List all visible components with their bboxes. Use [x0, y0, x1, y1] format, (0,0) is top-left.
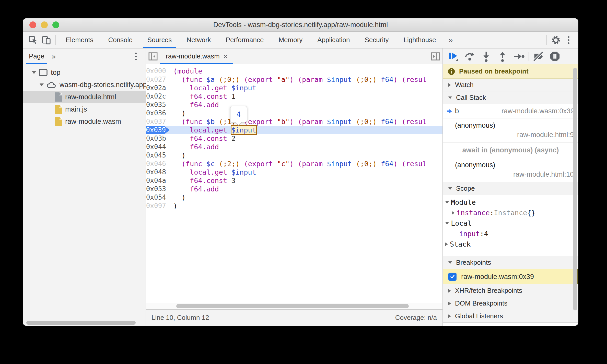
call-stack-frame[interactable]: (anonymous)raw-module.html:9: [443, 118, 578, 143]
tab-performance[interactable]: Performance: [218, 32, 271, 48]
scope-text: input: [459, 230, 480, 238]
code-address[interactable]: 0x037: [146, 117, 170, 126]
code-address[interactable]: 0x048: [146, 168, 170, 176]
close-tab-icon[interactable]: ×: [223, 53, 228, 60]
hide-navigator-icon[interactable]: [146, 48, 160, 64]
more-tabs-chevron[interactable]: »: [443, 32, 458, 48]
tab-elements[interactable]: Elements: [58, 32, 101, 48]
code-address[interactable]: 0x054: [146, 193, 170, 202]
code-address[interactable]: 0x035: [146, 101, 170, 109]
code-line: local.get $input: [173, 84, 442, 92]
resume-script-button[interactable]: [445, 50, 462, 63]
inspect-element-icon[interactable]: [26, 32, 40, 48]
tab-security[interactable]: Security: [357, 32, 396, 48]
section-xhr-breakpoints[interactable]: XHR/fetch Breakpoints: [443, 284, 578, 297]
scope-text: :: [490, 209, 494, 217]
call-stack-frame[interactable]: (anonymous)raw-module.html:10: [443, 158, 578, 182]
tab-network[interactable]: Network: [179, 32, 218, 48]
breakpoint-checkbox[interactable]: [448, 273, 457, 281]
code-address[interactable]: 0x02c: [146, 92, 170, 101]
code-address[interactable]: 0x053: [146, 185, 170, 193]
section-breakpoints[interactable]: Breakpoints: [443, 256, 578, 269]
code-address[interactable]: 0x000: [146, 67, 170, 75]
chevron-down-icon[interactable]: [445, 222, 449, 225]
disclosure-triangle[interactable]: [40, 83, 44, 86]
step-over-button[interactable]: [462, 50, 478, 63]
tab-lighthouse[interactable]: Lighthouse: [396, 32, 443, 48]
code-address[interactable]: 0x03b: [146, 134, 170, 143]
close-window-button[interactable]: [29, 21, 36, 28]
frame-location[interactable]: raw-module.html:10: [446, 169, 574, 179]
code-editor[interactable]: 0x0000x0270x02a0x02c0x0350x0360x0370x039…: [146, 64, 442, 303]
tab-page[interactable]: Page: [26, 48, 47, 64]
code-address[interactable]: 0x036: [146, 109, 170, 117]
frame-location[interactable]: raw-module.wasm:0x39: [501, 107, 574, 115]
scope-row[interactable]: input: 4: [443, 228, 578, 239]
debugger-vertical-scrollbar[interactable]: [573, 68, 577, 310]
step-button[interactable]: [511, 50, 527, 63]
chevron-down-icon[interactable]: [445, 201, 449, 204]
code-token: 1: [231, 92, 236, 100]
code-token: $b: [206, 118, 215, 126]
disclosure-triangle[interactable]: [32, 71, 36, 74]
breakpoint-entry[interactable]: raw-module.wasm:0x39: [443, 269, 578, 284]
code-token: $input: [327, 76, 352, 83]
chevron-right-icon: [448, 314, 451, 318]
code-address[interactable]: 0x02a: [146, 84, 170, 92]
navigator-menu-kebab-icon[interactable]: [130, 53, 142, 60]
devtools-menu-kebab-icon[interactable]: [563, 32, 575, 48]
section-dom-breakpoints[interactable]: DOM Breakpoints: [443, 297, 578, 310]
maximize-window-button[interactable]: [52, 21, 59, 28]
tree-item-label: wasm-dbg-stories.netlify.app: [60, 81, 146, 89]
tree-item-raw-module-html[interactable]: raw-module.html: [23, 91, 146, 103]
tab-console[interactable]: Console: [101, 32, 140, 48]
code-address[interactable]: 0x044: [146, 143, 170, 151]
tree-item-raw-module-wasm[interactable]: raw-module.wasm: [23, 115, 146, 128]
tree-item-main-js[interactable]: main.js: [23, 103, 146, 115]
tab-sources[interactable]: Sources: [140, 32, 179, 48]
code-address[interactable]: 0x027: [146, 75, 170, 84]
section-scope[interactable]: Scope: [443, 182, 578, 195]
hide-debugger-icon[interactable]: [428, 48, 442, 64]
code-token: [352, 118, 356, 126]
pause-on-exceptions-button[interactable]: [547, 50, 563, 63]
step-into-button[interactable]: [478, 50, 494, 63]
settings-gear-icon[interactable]: [549, 32, 563, 48]
code-address[interactable]: 0x046: [146, 160, 170, 168]
editor-tab-raw-module-wasm[interactable]: raw-module.wasm ×: [160, 48, 233, 64]
scope-row[interactable]: instance: Instance {}: [443, 208, 578, 218]
code-token: [173, 92, 190, 100]
navigator-horizontal-scrollbar[interactable]: [23, 320, 146, 326]
tree-item-top[interactable]: top: [23, 66, 146, 79]
deactivate-breakpoints-button[interactable]: [530, 50, 547, 63]
editor-horizontal-scrollbar[interactable]: [146, 303, 442, 309]
step-out-button[interactable]: [494, 50, 511, 63]
section-call-stack[interactable]: Call Stack: [443, 91, 578, 104]
scope-text: :: [480, 230, 484, 238]
code-address[interactable]: 0x097: [146, 202, 170, 210]
chevron-right-icon[interactable]: [445, 242, 448, 246]
call-stack-frame[interactable]: braw-module.wasm:0x39: [443, 104, 578, 118]
code-token: 3: [231, 177, 236, 185]
scope-row[interactable]: Local: [443, 218, 578, 228]
section-watch[interactable]: Watch: [443, 79, 578, 91]
code-token: [215, 118, 219, 126]
code-token: [173, 160, 182, 168]
section-global-listeners[interactable]: Global Listeners: [443, 310, 578, 323]
scope-row[interactable]: Module: [443, 197, 578, 208]
code-gutter[interactable]: 0x0000x0270x02a0x02c0x0350x0360x0370x039…: [146, 64, 170, 303]
tree-item-wasm-dbg-stories-netlify-app[interactable]: wasm-dbg-stories.netlify.app: [23, 79, 146, 91]
code-address[interactable]: 0x039: [146, 126, 170, 134]
file-yellow: [55, 105, 62, 114]
minimize-window-button[interactable]: [41, 21, 48, 28]
code-token: (;2;): [219, 160, 240, 168]
frame-location[interactable]: raw-module.html:9: [446, 129, 574, 139]
code-address[interactable]: 0x045: [146, 151, 170, 160]
scope-row[interactable]: Stack: [443, 239, 578, 249]
device-toolbar-icon[interactable]: [40, 32, 53, 48]
code-address[interactable]: 0x04a: [146, 176, 170, 185]
tab-memory[interactable]: Memory: [271, 32, 310, 48]
chevron-right-icon[interactable]: [452, 211, 454, 215]
navigator-more-tabs-chevron[interactable]: »: [47, 52, 61, 61]
tab-application[interactable]: Application: [310, 32, 357, 48]
